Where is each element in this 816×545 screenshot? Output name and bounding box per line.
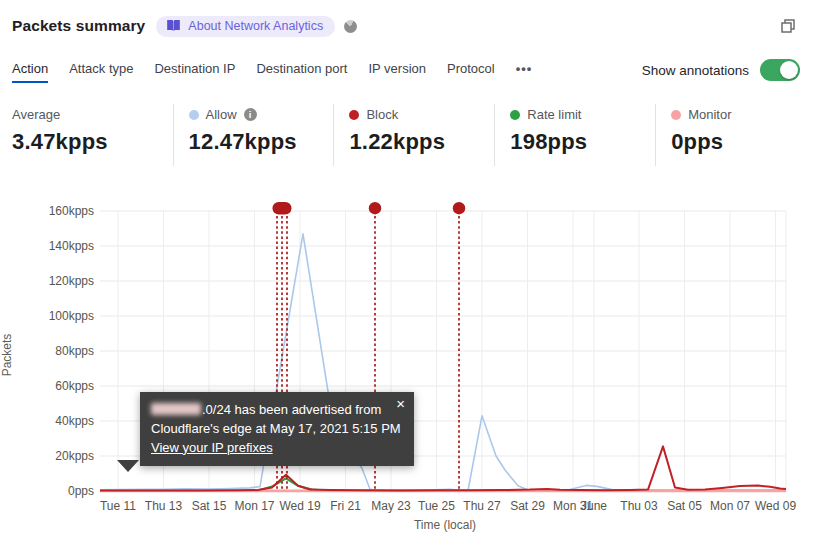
stat-value: 0pps [671, 129, 816, 155]
toggle-knob [780, 61, 798, 79]
y-tick-label: 160kpps [30, 204, 94, 218]
tab-destination-ip[interactable]: Destination IP [154, 61, 235, 83]
y-tick-label: 40kpps [30, 414, 94, 428]
y-tick-label: 100kpps [30, 309, 94, 323]
y-axis-title: Packets [0, 320, 14, 390]
tab--[interactable]: ••• [516, 61, 533, 83]
y-tick-label: 60kpps [30, 379, 94, 393]
y-tick-label: 80kpps [30, 344, 94, 358]
tooltip-close-icon[interactable]: × [396, 396, 405, 411]
network-analytics-panel: { "header": { "title": "Packets summary"… [0, 0, 816, 545]
annotation-tooltip: × .0/24 has been advertised from Cloudfl… [140, 392, 414, 466]
tooltip-line-1: .0/24 has been advertised from [151, 401, 403, 420]
tooltip-link-row: View your IP prefixes [151, 439, 403, 458]
annotation-marker-dot[interactable] [369, 202, 381, 214]
tab-destination-port[interactable]: Destination port [256, 61, 347, 83]
stats-row: Average3.47kppsAllowi12.47kppsBlock1.22k… [12, 104, 816, 166]
tooltip-line-2: Cloudflare's edge at May 17, 2021 5:15 P… [151, 420, 403, 439]
stat-allow: Allowi12.47kpps [173, 104, 334, 166]
show-annotations-label: Show annotations [642, 63, 749, 83]
tab-protocol[interactable]: Protocol [447, 61, 495, 83]
y-tick-label: 140kpps [30, 239, 94, 253]
tab-ip-version[interactable]: IP version [368, 61, 426, 83]
tab-bar: ActionAttack typeDestination IPDestinati… [0, 57, 816, 83]
legend-dot-icon [349, 110, 359, 120]
stat-value: 3.47kpps [12, 129, 173, 155]
x-axis-title: Time (local) [100, 518, 790, 532]
progress-donut-icon [344, 20, 357, 33]
stat-label: Allow [206, 107, 237, 122]
legend-dot-icon [189, 110, 199, 120]
tooltip-caret [117, 460, 139, 472]
tab-attack-type[interactable]: Attack type [69, 61, 133, 83]
panel-header: Packets summary About Network Analytics [0, 0, 816, 40]
stat-label: Rate limit [527, 107, 581, 122]
stat-label: Block [366, 107, 398, 122]
stat-block: Block1.22kpps [333, 104, 494, 166]
annotation-marker-dot[interactable] [453, 202, 465, 214]
page-title: Packets summary [12, 17, 145, 35]
y-tick-label: 0pps [30, 484, 94, 498]
stat-label: Average [12, 107, 60, 122]
view-ip-prefixes-link[interactable]: View your IP prefixes [151, 440, 273, 455]
info-icon[interactable]: i [244, 108, 257, 121]
redacted-ip-blur [151, 403, 201, 415]
tab-action[interactable]: Action [12, 61, 48, 83]
y-tick-label: 20kpps [30, 449, 94, 463]
annotation-marker-pill[interactable] [273, 202, 292, 215]
legend-dot-icon [671, 110, 681, 120]
show-annotations-toggle[interactable] [760, 59, 800, 81]
stat-rate-limit: Rate limit198pps [494, 104, 655, 166]
packets-chart: Packets 0pps20kpps40kpps60kpps80kpps100k… [0, 196, 816, 545]
stat-value: 12.47kpps [189, 129, 334, 155]
about-network-analytics-badge[interactable]: About Network Analytics [156, 16, 335, 37]
legend-dot-icon [510, 110, 520, 120]
x-tick-label: Wed 09 [731, 499, 816, 513]
y-tick-label: 120kpps [30, 274, 94, 288]
stat-monitor: Monitor0pps [655, 104, 816, 166]
stat-value: 1.22kpps [349, 129, 494, 155]
stat-value: 198pps [510, 129, 655, 155]
tabs-list: ActionAttack typeDestination IPDestinati… [12, 61, 553, 83]
duplicate-panel-icon[interactable] [780, 18, 796, 34]
stat-average: Average3.47kpps [12, 104, 173, 166]
book-icon [166, 19, 181, 32]
stat-label: Monitor [688, 107, 731, 122]
badge-label: About Network Analytics [188, 19, 323, 33]
